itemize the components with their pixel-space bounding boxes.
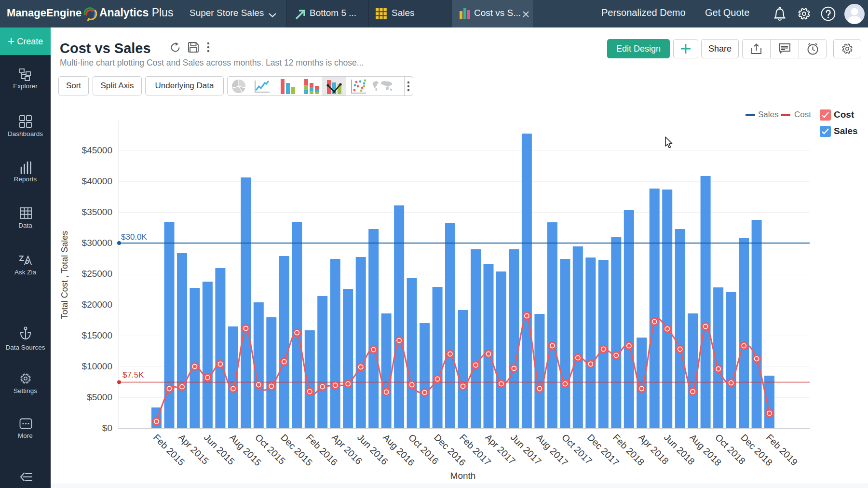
- svg-text:Total Cost , Total Sales: Total Cost , Total Sales: [60, 231, 69, 319]
- svg-text:$15000: $15000: [82, 330, 112, 340]
- svg-text:$20000: $20000: [82, 299, 112, 310]
- svg-text:$30000: $30000: [82, 238, 112, 248]
- svg-text:$40000: $40000: [82, 176, 112, 186]
- svg-text:$30.0K: $30.0K: [121, 232, 148, 242]
- svg-text:Month: Month: [450, 471, 476, 481]
- svg-text:$45000: $45000: [82, 145, 112, 155]
- svg-text:$25000: $25000: [82, 269, 112, 279]
- svg-text:$7.5K: $7.5K: [122, 370, 144, 380]
- svg-text:$35000: $35000: [82, 207, 112, 217]
- svg-text:$5000: $5000: [87, 392, 112, 402]
- svg-text:$10000: $10000: [82, 361, 112, 371]
- svg-text:$0: $0: [102, 423, 112, 433]
